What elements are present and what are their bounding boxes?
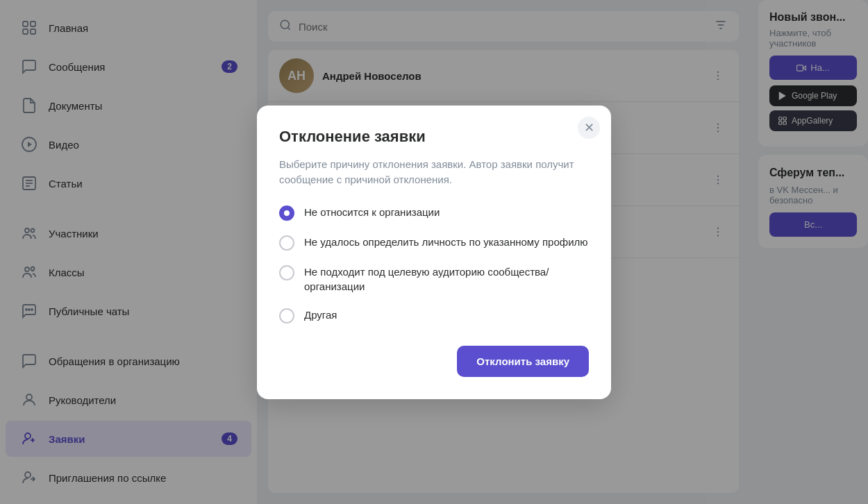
modal-overlay[interactable]: Отклонение заявки ✕ Выберите причину отк… [0, 0, 868, 504]
radio-circle-2 [279, 235, 294, 251]
radio-label-3: Не подходит под целевую аудиторию сообще… [304, 264, 589, 294]
close-icon: ✕ [584, 121, 594, 134]
reject-button-label: Отклонить заявку [476, 355, 569, 367]
radio-circle-1 [279, 205, 294, 221]
modal-description: Выберите причину отклонения заявки. Авто… [279, 157, 589, 188]
reject-button[interactable]: Отклонить заявку [457, 346, 589, 377]
radio-circle-4 [279, 308, 294, 324]
radio-circle-3 [279, 265, 294, 280]
radio-option-4[interactable]: Другая [279, 308, 589, 324]
radio-option-2[interactable]: Не удалось определить личность по указан… [279, 235, 589, 251]
radio-label-1: Не относится к организации [304, 205, 440, 219]
modal-footer: Отклонить заявку [279, 346, 589, 377]
radio-option-3[interactable]: Не подходит под целевую аудиторию сообще… [279, 264, 589, 294]
modal-title: Отклонение заявки [279, 128, 589, 146]
modal-close-button[interactable]: ✕ [578, 117, 600, 139]
radio-group: Не относится к организации Не удалось оп… [279, 205, 589, 324]
rejection-modal: Отклонение заявки ✕ Выберите причину отк… [257, 106, 611, 399]
radio-label-4: Другая [304, 308, 337, 322]
radio-option-1[interactable]: Не относится к организации [279, 205, 589, 221]
radio-label-2: Не удалось определить личность по указан… [304, 235, 588, 249]
